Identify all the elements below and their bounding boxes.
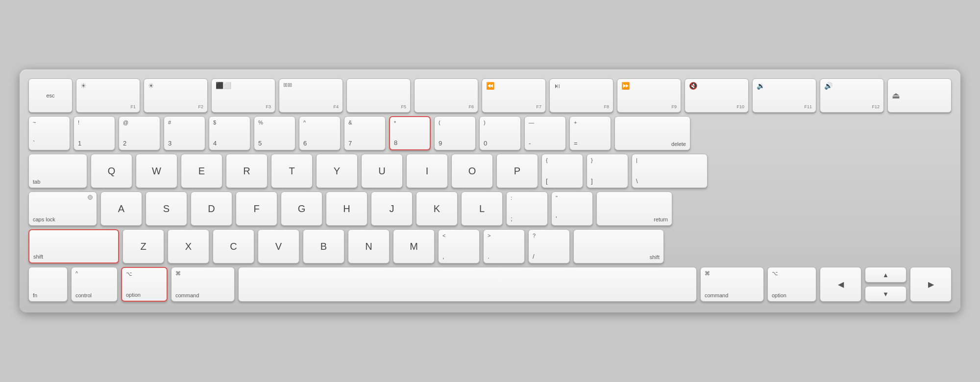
key-backtick[interactable]: ~ ` (28, 116, 70, 150)
key-option-left[interactable]: ⌥ option (121, 267, 168, 302)
key-f1[interactable]: ☀ F1 (76, 78, 140, 113)
key-space[interactable] (238, 267, 697, 302)
key-t[interactable]: T (271, 154, 313, 188)
key-shift-right[interactable]: shift (573, 229, 664, 263)
key-n[interactable]: N (348, 229, 390, 263)
key-f3[interactable]: ⬛⬜ F3 (211, 78, 275, 113)
key-command-right[interactable]: ⌘ command (700, 267, 764, 302)
key-minus[interactable]: — - (524, 116, 566, 150)
key-k[interactable]: K (416, 191, 458, 226)
shift-row: shift Z X C V B N M < , > . ? / shif (28, 229, 952, 263)
key-d[interactable]: D (191, 191, 232, 226)
key-7[interactable]: & 7 (344, 116, 386, 150)
key-f12[interactable]: 🔊 F12 (820, 78, 884, 113)
number-row: ~ ` ! 1 @ 2 # 3 $ 4 (28, 116, 952, 150)
key-f7[interactable]: ⏪ F7 (482, 78, 546, 113)
key-2[interactable]: @ 2 (119, 116, 160, 150)
key-8[interactable]: * 8 (389, 116, 431, 150)
key-b[interactable]: B (303, 229, 344, 263)
key-comma[interactable]: < , (438, 229, 480, 263)
key-9[interactable]: ( 9 (434, 116, 476, 150)
key-command-left[interactable]: ⌘ command (171, 267, 235, 302)
key-f2[interactable]: ☀ F2 (144, 78, 208, 113)
key-f9[interactable]: ⏩ F9 (617, 78, 681, 113)
key-fn[interactable]: fn (28, 267, 68, 302)
arrow-up-down-group: ▲ ▼ (865, 267, 906, 302)
key-eject[interactable]: ⏏ (887, 78, 952, 113)
bottom-row: fn ^ control ⌥ option ⌘ command ⌘ comman… (28, 267, 952, 302)
key-q[interactable]: Q (91, 154, 132, 188)
key-esc[interactable]: esc (28, 78, 73, 113)
key-v[interactable]: V (258, 229, 299, 263)
key-arrow-left[interactable]: ◀ (820, 267, 861, 302)
key-bracket-r[interactable]: } ] (587, 154, 628, 188)
key-backslash[interactable]: | \ (632, 154, 708, 188)
key-o[interactable]: O (451, 154, 493, 188)
key-j[interactable]: J (371, 191, 413, 226)
key-arrow-up[interactable]: ▲ (865, 267, 906, 283)
key-period[interactable]: > . (483, 229, 525, 263)
key-h[interactable]: H (326, 191, 368, 226)
key-f4[interactable]: ⊞⊞ F4 (279, 78, 343, 113)
key-f6[interactable]: F6 (414, 78, 478, 113)
home-row: caps lock A S D F G H J K L : ; " ' retu… (28, 191, 952, 226)
key-equals[interactable]: + = (569, 116, 611, 150)
key-x[interactable]: X (168, 229, 209, 263)
key-f11[interactable]: 🔉 F11 (752, 78, 816, 113)
key-return[interactable]: return (596, 191, 672, 226)
key-w[interactable]: W (136, 154, 177, 188)
key-c[interactable]: C (213, 229, 254, 263)
key-a[interactable]: A (100, 191, 142, 226)
key-option-right[interactable]: ⌥ option (767, 267, 816, 302)
key-delete[interactable]: delete (614, 116, 690, 150)
key-r[interactable]: R (226, 154, 268, 188)
key-g[interactable]: G (281, 191, 322, 226)
key-3[interactable]: # 3 (164, 116, 205, 150)
key-p[interactable]: P (496, 154, 538, 188)
key-1[interactable]: ! 1 (74, 116, 115, 150)
key-control[interactable]: ^ control (71, 267, 118, 302)
key-z[interactable]: Z (122, 229, 164, 263)
qwerty-row: tab Q W E R T Y U I O P { [ } ] | \ (28, 154, 952, 188)
key-caps-lock[interactable]: caps lock (28, 191, 97, 226)
key-semicolon[interactable]: : ; (506, 191, 548, 226)
key-f8[interactable]: ⏯ F8 (549, 78, 613, 113)
key-u[interactable]: U (361, 154, 403, 188)
key-bracket-l[interactable]: { [ (541, 154, 583, 188)
key-i[interactable]: I (406, 154, 448, 188)
key-0[interactable]: ) 0 (479, 116, 521, 150)
key-slash[interactable]: ? / (528, 229, 570, 263)
caps-lock-indicator (88, 195, 93, 200)
key-6[interactable]: ^ 6 (299, 116, 341, 150)
key-quote[interactable]: " ' (551, 191, 593, 226)
key-e[interactable]: E (181, 154, 222, 188)
function-row: esc ☀ F1 ☀ F2 ⬛⬜ F3 ⊞⊞ F4 F5 F6 ⏪ F7 ⏯ (28, 78, 952, 113)
keyboard: esc ☀ F1 ☀ F2 ⬛⬜ F3 ⊞⊞ F4 F5 F6 ⏪ F7 ⏯ (20, 70, 960, 312)
key-y[interactable]: Y (316, 154, 358, 188)
key-m[interactable]: M (393, 229, 435, 263)
key-arrow-down[interactable]: ▼ (865, 286, 906, 302)
key-f[interactable]: F (236, 191, 277, 226)
key-f5[interactable]: F5 (346, 78, 411, 113)
key-tab[interactable]: tab (28, 154, 87, 188)
key-4[interactable]: $ 4 (209, 116, 250, 150)
key-arrow-right[interactable]: ▶ (910, 267, 952, 302)
key-shift-left[interactable]: shift (28, 229, 119, 263)
key-5[interactable]: % 5 (254, 116, 295, 150)
key-f10[interactable]: 🔇 F10 (685, 78, 749, 113)
key-l[interactable]: L (461, 191, 503, 226)
key-s[interactable]: S (146, 191, 187, 226)
